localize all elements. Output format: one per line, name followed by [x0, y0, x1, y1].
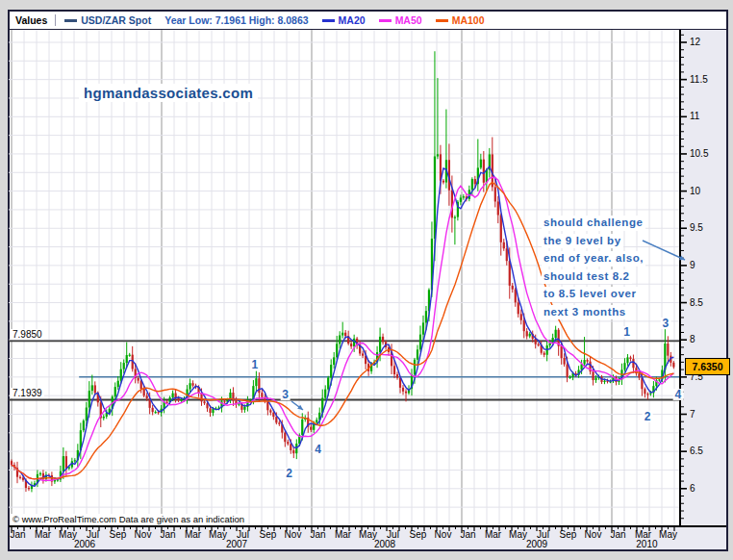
chart-header: Values USD/ZAR Spot Year Low: 7.1961 Hig… [8, 10, 728, 30]
ma100-legend-label: MA100 [452, 14, 485, 26]
annotation-note: should challengethe 9 level byend of yea… [542, 213, 645, 319]
y-axis-label: 6.5 [690, 445, 703, 456]
ma20-legend-label: MA20 [339, 14, 366, 26]
x-axis-month-label: Nov [585, 529, 602, 540]
copyright-notice: © www.ProRealTime.com Data are given as … [10, 514, 247, 525]
x-axis-year-label: 2007 [226, 539, 247, 549]
annotation-line: to 8.5 level over [542, 287, 639, 302]
x-axis-month-label: Nov [285, 529, 302, 540]
ma50-legend-label: MA50 [395, 14, 422, 26]
x-axis-month-label: Jan [610, 529, 625, 540]
x-axis-month-label: May [659, 529, 677, 540]
annotation-line: should challenge [542, 216, 645, 231]
y-axis-label: 6 [690, 483, 695, 494]
x-axis-month-label: Jan [160, 529, 175, 540]
annotation-line: end of year. also, [542, 251, 645, 267]
x-axis-month-label: May [209, 529, 227, 540]
legend-ma20: MA20 [322, 14, 366, 26]
watermark: hgmandassociates.com [79, 84, 258, 102]
spot-legend-dash-icon [64, 19, 77, 22]
y-axis-label: 11.5 [690, 74, 708, 85]
x-axis-month-label: Nov [435, 529, 452, 540]
y-axis-label: 12 [690, 37, 700, 47]
y-axis-label: 9 [690, 260, 695, 270]
x-axis-month-label: Sep [260, 529, 277, 540]
x-axis-month-label: Nov [135, 529, 152, 540]
x-axis-year-label: 2008 [374, 539, 395, 549]
wave-count-marker-3: 3 [661, 318, 671, 329]
legend-ma50: MA50 [379, 14, 422, 26]
x-axis-month-label: Mar [485, 529, 501, 540]
year-range-label: Year Low: 7.1961 High: 8.0863 [164, 14, 308, 26]
wave-count-marker-4: 4 [673, 389, 684, 400]
ma50-legend-dash-icon [379, 19, 392, 22]
spot-legend-label: USD/ZAR Spot [81, 14, 151, 26]
level-label-low: 7.1939 [11, 388, 44, 398]
x-axis-year-label: 2006 [74, 539, 95, 549]
x-axis-month-label: Sep [110, 529, 127, 540]
values-pane-label: Values [13, 14, 56, 26]
y-axis-label: 9.5 [690, 222, 703, 233]
y-axis-label: 11 [690, 111, 699, 121]
x-axis-month-label: May [509, 529, 527, 540]
annotation-line: the 9 level by [542, 234, 623, 249]
ma100-legend-dash-icon [436, 19, 448, 22]
last-price-box: 7.6350 [685, 358, 730, 375]
y-axis-label: 10.5 [690, 148, 708, 159]
x-axis-month-label: Mar [185, 529, 201, 540]
wave-count-marker-4: 4 [313, 444, 323, 455]
x-axis-year-label: 2009 [526, 539, 547, 549]
wave-count-marker-2: 2 [284, 468, 294, 479]
legend-spot: USD/ZAR Spot [64, 14, 151, 26]
x-axis-month-label: Mar [335, 529, 351, 540]
y-axis-label: 8 [690, 334, 695, 344]
x-axis-month-label: Sep [410, 529, 427, 540]
ma20-legend-dash-icon [322, 19, 335, 22]
x-axis-year-label: 2010 [636, 539, 657, 549]
legend-ma100: MA100 [436, 14, 485, 26]
y-axis-label: 7 [690, 409, 695, 420]
x-axis-month-label: Jan [460, 529, 475, 540]
annotation-line: next 3 months [542, 305, 628, 320]
y-axis-label: 8.5 [690, 297, 703, 308]
wave-count-marker-1: 1 [621, 326, 632, 338]
y-axis-label: 10 [690, 186, 700, 196]
page: Values USD/ZAR Spot Year Low: 7.1961 Hig… [0, 0, 733, 560]
wave-count-marker-3: 3 [280, 389, 291, 400]
y-axis-strip [680, 30, 726, 549]
wave-count-marker-1: 1 [250, 359, 261, 370]
x-axis-month-label: Mar [35, 529, 51, 540]
wave-count-marker-2: 2 [643, 411, 653, 422]
level-label-high: 7.9850 [11, 329, 44, 340]
annotation-line: should test 8.2 [542, 269, 632, 285]
x-axis-month-label: Jan [310, 529, 325, 540]
x-axis-month-label: Sep [560, 529, 577, 540]
x-axis-month-label: Jan [10, 529, 25, 540]
